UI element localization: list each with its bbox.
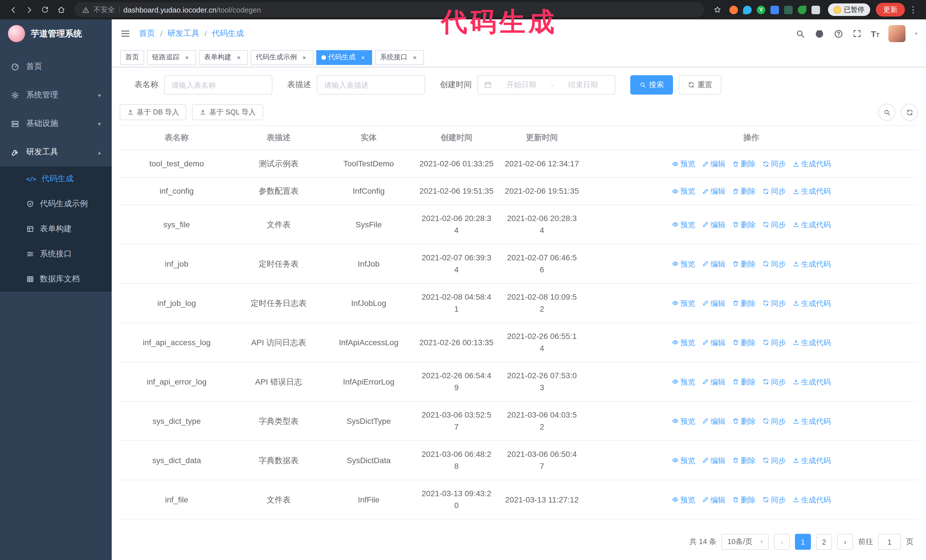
delete-link[interactable]: 删除 xyxy=(732,258,756,270)
bookmark-star-button[interactable] xyxy=(710,2,725,17)
breadcrumb-home[interactable]: 首页 xyxy=(139,29,155,39)
sidebar-toggle-button[interactable] xyxy=(120,29,130,39)
delete-link[interactable]: 删除 xyxy=(732,454,756,466)
delete-link[interactable]: 删除 xyxy=(732,219,756,231)
generate-code-link[interactable]: 生成代码 xyxy=(793,219,831,231)
close-icon[interactable]: × xyxy=(411,53,419,61)
generate-code-link[interactable]: 生成代码 xyxy=(793,337,831,349)
fullscreen-button[interactable] xyxy=(852,29,862,38)
preview-link[interactable]: 预览 xyxy=(672,337,695,349)
browser-reload-button[interactable] xyxy=(38,2,53,17)
sidebar-item-home[interactable]: 首页 xyxy=(0,53,112,81)
edit-link[interactable]: 编辑 xyxy=(702,297,725,309)
sidebar-item-system-management[interactable]: 系统管理 ▾ xyxy=(0,81,112,109)
tab-code-generation[interactable]: 代码生成 × xyxy=(316,50,372,65)
page-button-1[interactable]: 1 xyxy=(795,534,811,550)
browser-menu-icon[interactable]: ⋮ xyxy=(906,5,920,15)
preview-link[interactable]: 预览 xyxy=(672,494,695,506)
generate-code-link[interactable]: 生成代码 xyxy=(793,297,831,309)
edit-link[interactable]: 编辑 xyxy=(702,185,725,197)
sync-link[interactable]: 同步 xyxy=(763,219,786,231)
edit-link[interactable]: 编辑 xyxy=(702,494,725,506)
sync-link[interactable]: 同步 xyxy=(763,337,786,349)
sidebar-item-database-docs[interactable]: 数据库文档 xyxy=(0,267,112,292)
preview-link[interactable]: 预览 xyxy=(672,454,695,466)
sidebar-item-codegen-example[interactable]: 代码生成示例 xyxy=(0,192,112,216)
browser-extension-icon[interactable] xyxy=(784,5,793,14)
sync-link[interactable]: 同步 xyxy=(763,376,786,388)
table-desc-input[interactable] xyxy=(317,75,425,95)
app-logo[interactable]: 芋道管理系统 xyxy=(0,20,112,48)
generate-code-link[interactable]: 生成代码 xyxy=(793,494,831,506)
browser-back-button[interactable] xyxy=(6,2,21,17)
generate-code-link[interactable]: 生成代码 xyxy=(793,415,831,427)
toggle-search-button[interactable] xyxy=(878,104,895,121)
preview-link[interactable]: 预览 xyxy=(672,415,695,427)
edit-link[interactable]: 编辑 xyxy=(702,258,725,270)
tab-home[interactable]: 首页 xyxy=(120,50,144,65)
tab-system-api[interactable]: 系统接口 × xyxy=(375,50,424,65)
sidebar-item-code-generation[interactable]: </> 代码生成 xyxy=(0,166,112,192)
table-name-input[interactable] xyxy=(164,75,272,95)
date-range-picker[interactable]: 开始日期 - 结束日期 xyxy=(478,75,616,95)
sidebar-item-dev-tools[interactable]: 研发工具 ▴ xyxy=(0,138,112,166)
generate-code-link[interactable]: 生成代码 xyxy=(793,376,831,388)
generate-code-link[interactable]: 生成代码 xyxy=(793,454,831,466)
end-date-placeholder[interactable]: 结束日期 xyxy=(557,80,609,90)
tab-codegen-example[interactable]: 代码生成示例 × xyxy=(251,50,313,65)
close-icon[interactable]: × xyxy=(235,53,243,61)
generate-code-link[interactable]: 生成代码 xyxy=(793,258,831,270)
close-icon[interactable]: × xyxy=(359,53,367,61)
preview-link[interactable]: 预览 xyxy=(672,297,695,309)
delete-link[interactable]: 删除 xyxy=(732,297,756,309)
browser-update-button[interactable]: 更新 xyxy=(876,3,905,17)
sync-link[interactable]: 同步 xyxy=(763,258,786,270)
preview-link[interactable]: 预览 xyxy=(672,376,695,388)
close-icon[interactable]: × xyxy=(183,53,191,61)
edit-link[interactable]: 编辑 xyxy=(702,376,725,388)
paused-badge[interactable]: 已暂停 xyxy=(828,3,870,16)
preview-link[interactable]: 预览 xyxy=(672,158,695,170)
page-button-2[interactable]: 2 xyxy=(816,534,832,550)
refresh-table-button[interactable] xyxy=(901,104,918,121)
generate-code-link[interactable]: 生成代码 xyxy=(793,185,831,197)
browser-home-button[interactable] xyxy=(54,2,68,17)
preview-link[interactable]: 预览 xyxy=(672,219,695,231)
sidebar-item-infrastructure[interactable]: 基础设施 ▾ xyxy=(0,109,112,138)
import-db-button[interactable]: 基于 DB 导入 xyxy=(120,104,187,120)
puzzle-extensions-icon[interactable] xyxy=(811,5,820,14)
sync-link[interactable]: 同步 xyxy=(763,185,786,197)
avatar-caret-down-icon[interactable]: ▾ xyxy=(915,31,917,36)
sync-link[interactable]: 同步 xyxy=(763,454,786,466)
sidebar-item-system-api[interactable]: 系统接口 xyxy=(0,242,112,267)
address-bar[interactable]: 不安全 dashboard.yudao.iocoder.cn/tool/code… xyxy=(74,2,704,17)
prev-page-button[interactable]: ‹ xyxy=(774,534,790,550)
font-size-button[interactable]: TT xyxy=(871,29,879,38)
sync-link[interactable]: 同步 xyxy=(763,415,786,427)
browser-forward-button[interactable] xyxy=(22,2,36,17)
browser-extension-icon[interactable] xyxy=(729,5,738,14)
preview-link[interactable]: 预览 xyxy=(672,185,695,197)
tab-form-builder[interactable]: 表单构建 × xyxy=(199,50,248,65)
start-date-placeholder[interactable]: 开始日期 xyxy=(495,80,548,90)
sync-link[interactable]: 同步 xyxy=(763,297,786,309)
preview-link[interactable]: 预览 xyxy=(672,258,695,270)
sidebar-item-form-builder[interactable]: 表单构建 xyxy=(0,216,112,242)
goto-page-input[interactable] xyxy=(878,534,901,550)
reset-button[interactable]: 重置 xyxy=(679,75,722,95)
search-button[interactable]: 搜索 xyxy=(630,75,673,95)
next-page-button[interactable]: › xyxy=(837,534,853,550)
delete-link[interactable]: 删除 xyxy=(732,494,756,506)
edit-link[interactable]: 编辑 xyxy=(702,337,725,349)
generate-code-link[interactable]: 生成代码 xyxy=(793,158,831,170)
edit-link[interactable]: 编辑 xyxy=(702,454,725,466)
header-search-button[interactable] xyxy=(796,29,805,38)
delete-link[interactable]: 删除 xyxy=(732,376,756,388)
edit-link[interactable]: 编辑 xyxy=(702,158,725,170)
delete-link[interactable]: 删除 xyxy=(732,185,756,197)
browser-extension-icon[interactable] xyxy=(743,5,752,14)
sync-link[interactable]: 同步 xyxy=(763,158,786,170)
browser-extension-icon[interactable] xyxy=(770,5,779,14)
github-link[interactable] xyxy=(814,29,825,39)
breadcrumb-dev-tools[interactable]: 研发工具 xyxy=(168,29,200,39)
